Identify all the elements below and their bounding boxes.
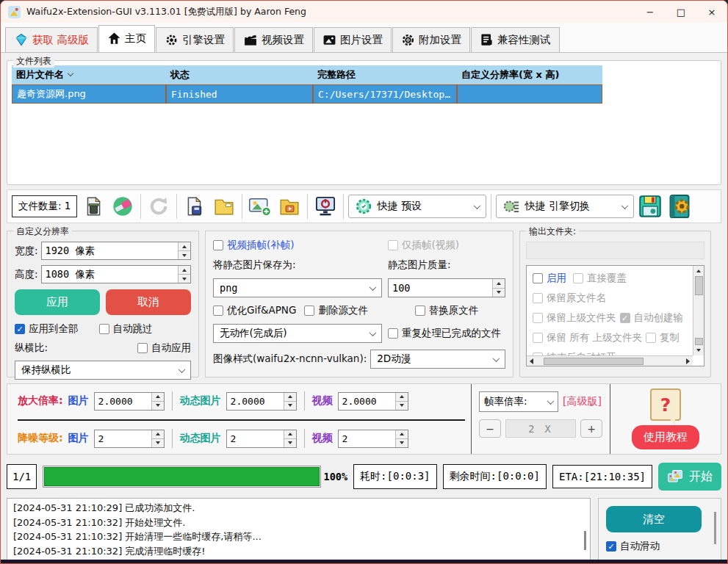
- file-table-header: 图片文件名 状态 完整路径 自定义分辨率(宽 x 高): [12, 65, 716, 84]
- remove-file-button[interactable]: [80, 192, 107, 220]
- copy-checkbox[interactable]: [646, 333, 656, 343]
- reprocess-label: 重复处理已完成的文件: [402, 327, 501, 340]
- scrollbar-thumb[interactable]: [695, 276, 703, 295]
- shutdown-monitor-button[interactable]: [312, 192, 339, 220]
- delete-source-checkbox[interactable]: [304, 306, 314, 316]
- settings-guide-button[interactable]: [666, 192, 693, 220]
- reprocess-checkbox[interactable]: [388, 328, 398, 339]
- height-spinner[interactable]: 1080 像素: [41, 265, 191, 283]
- frame-interp-checkbox[interactable]: [213, 240, 223, 250]
- titlebar: Waifu2x-Extension-GUI v3.113.01 [免费试用版] …: [1, 1, 727, 23]
- spinner-arrows[interactable]: [492, 279, 505, 297]
- spinner-arrows[interactable]: [151, 393, 164, 410]
- cancel-button[interactable]: 取消: [106, 289, 191, 315]
- scroll-left-icon[interactable]: [530, 358, 533, 364]
- output-folder-input[interactable]: [526, 242, 704, 259]
- minimize-button[interactable]: −: [635, 1, 666, 23]
- autoscroll-checkbox[interactable]: [606, 541, 616, 552]
- app-window: Waifu2x-Extension-GUI v3.113.01 [免费试用版] …: [0, 0, 728, 564]
- cell-status[interactable]: Finished: [166, 84, 313, 104]
- column-header-filename[interactable]: 图片文件名: [12, 65, 166, 84]
- enable-output-checkbox[interactable]: [533, 273, 543, 283]
- apply-button[interactable]: 应用: [15, 289, 100, 315]
- gif-label: 动态图片: [180, 394, 221, 408]
- spinner-arrows[interactable]: [178, 266, 190, 283]
- tab-video-settings[interactable]: 视频设置: [234, 27, 313, 52]
- column-header-status[interactable]: 状态: [166, 65, 313, 84]
- gif-scale-spinner[interactable]: 2.0000: [226, 392, 297, 411]
- interp-only-checkbox[interactable]: [388, 240, 398, 250]
- video-scale-spinner[interactable]: 2.0000: [338, 392, 408, 411]
- save-settings-button[interactable]: [637, 192, 663, 220]
- quality-spinner[interactable]: 100: [388, 278, 505, 297]
- clear-log-button[interactable]: 清空: [606, 506, 702, 532]
- column-header-resolution[interactable]: 自定义分辨率(宽 x 高): [457, 65, 602, 84]
- eta-box: ETA:[21:10:35]: [552, 465, 652, 488]
- add-image-button[interactable]: [247, 192, 273, 220]
- spinner-arrows[interactable]: [284, 393, 296, 410]
- aspect-ratio-select[interactable]: 保持纵横比: [15, 361, 191, 380]
- spinner-arrows[interactable]: [284, 430, 296, 447]
- keep-filename-checkbox[interactable]: [533, 293, 543, 303]
- save-file-list-button[interactable]: [181, 192, 208, 220]
- tab-extra-settings[interactable]: 附加设置: [392, 27, 470, 52]
- log-line: [2024-05-31 21:10:32] 开始处理文件.: [13, 516, 578, 530]
- cell-filename[interactable]: 趣奇资源网.png: [12, 84, 166, 104]
- tab-compatibility-test[interactable]: 兼容性测试: [471, 27, 560, 52]
- scroll-down-button[interactable]: [695, 338, 703, 345]
- cell-resolution[interactable]: [457, 84, 602, 104]
- save-as-label: 将静态图片保存为:: [213, 258, 382, 272]
- save-format-select[interactable]: png: [213, 278, 382, 297]
- horizontal-scrollbar[interactable]: [527, 355, 693, 366]
- spinner-arrows[interactable]: [151, 430, 164, 447]
- scroll-right-icon[interactable]: [686, 358, 690, 364]
- auto-skip-checkbox[interactable]: [99, 324, 109, 334]
- cell-path[interactable]: C:/Users/17371/Desktop…: [313, 84, 457, 104]
- overwrite-checkbox[interactable]: [573, 273, 583, 283]
- scrollbar-thumb[interactable]: [544, 358, 644, 365]
- clear-list-button[interactable]: [109, 192, 136, 220]
- video-folder-button[interactable]: [276, 192, 303, 220]
- tab-home[interactable]: 主页: [98, 25, 155, 52]
- column-header-path[interactable]: 完整路径: [313, 65, 457, 84]
- frame-rate-minus-button[interactable]: −: [479, 419, 501, 438]
- log-output[interactable]: [2024-05-31 21:10:29] 已成功添加文件. [2024-05-…: [7, 498, 591, 564]
- tab-image-settings[interactable]: 图片设置: [314, 27, 392, 52]
- keep-all-parents-checkbox[interactable]: [533, 333, 543, 343]
- tutorial-button[interactable]: 使用教程: [632, 425, 699, 449]
- open-folder-button[interactable]: [211, 192, 237, 220]
- frame-rate-dropdown[interactable]: 帧率倍率:: [479, 391, 558, 412]
- gif-denoise-spinner[interactable]: 2: [226, 430, 297, 448]
- video-denoise-spinner[interactable]: 2: [338, 430, 408, 448]
- maximize-button[interactable]: □: [666, 1, 696, 23]
- tab-get-premium[interactable]: 获取 高级版: [5, 27, 98, 52]
- spinner-arrows[interactable]: [395, 430, 408, 447]
- refresh-button[interactable]: [145, 192, 172, 220]
- log-scrollbar-thumb[interactable]: [584, 531, 586, 550]
- image-scale-spinner[interactable]: 2.0000: [94, 392, 165, 411]
- keep-parent-checkbox[interactable]: [533, 313, 543, 323]
- optimize-gif-checkbox[interactable]: [213, 306, 223, 316]
- tab-engine-settings[interactable]: 引擎设置: [156, 27, 234, 52]
- frame-rate-plus-button[interactable]: +: [580, 419, 602, 438]
- quick-engine-dropdown[interactable]: 快捷 引擎切换: [496, 195, 634, 218]
- auto-apply-checkbox[interactable]: [137, 343, 148, 353]
- width-spinner[interactable]: 1920 像素: [41, 242, 191, 260]
- post-action-select[interactable]: 无动作(完成后): [213, 324, 382, 343]
- vertical-scrollbar[interactable]: [693, 266, 704, 355]
- spinner-arrows[interactable]: [395, 393, 408, 410]
- quick-preset-dropdown[interactable]: 快捷 预设: [348, 195, 486, 218]
- start-button[interactable]: 开始: [658, 463, 721, 491]
- apply-all-checkbox[interactable]: [15, 324, 25, 334]
- image-style-select[interactable]: 2D动漫: [370, 350, 505, 369]
- image-denoise-spinner[interactable]: 2: [94, 430, 165, 448]
- side-scrollbar-thumb[interactable]: [714, 512, 716, 544]
- file-table[interactable]: 图片文件名 状态 完整路径 自定义分辨率(宽 x 高) 趣奇资源网.png Fi…: [12, 65, 716, 104]
- auto-create-checkbox[interactable]: [620, 313, 630, 323]
- replace-original-checkbox[interactable]: [415, 306, 425, 316]
- spinner-arrows[interactable]: [178, 242, 190, 259]
- scroll-up-icon[interactable]: [693, 266, 704, 276]
- table-row[interactable]: 趣奇资源网.png Finished C:/Users/17371/Deskto…: [12, 84, 716, 104]
- close-button[interactable]: ×: [696, 1, 727, 23]
- scroll-down-icon[interactable]: [693, 345, 704, 355]
